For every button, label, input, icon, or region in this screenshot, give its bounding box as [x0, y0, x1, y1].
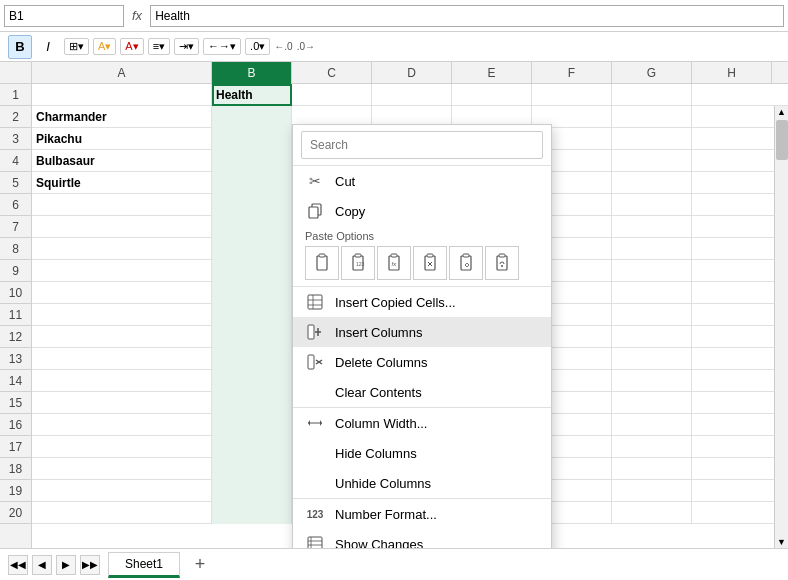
cell-g8[interactable] [612, 238, 692, 260]
unhide-columns-menu-item[interactable]: Unhide Columns [293, 468, 551, 498]
cell-g19[interactable] [612, 480, 692, 502]
nav-last-sheet[interactable]: ▶▶ [80, 555, 100, 575]
cell-a19[interactable] [32, 480, 212, 502]
cell-a2[interactable]: Charmander [32, 106, 212, 128]
row-header-2[interactable]: 2 [0, 106, 31, 128]
row-header-9[interactable]: 9 [0, 260, 31, 282]
cell-a7[interactable] [32, 216, 212, 238]
col-header-i[interactable]: I [772, 62, 788, 84]
row-header-12[interactable]: 12 [0, 326, 31, 348]
cell-g6[interactable] [612, 194, 692, 216]
cell-a4[interactable]: Bulbasaur [32, 150, 212, 172]
col-header-h[interactable]: H [692, 62, 772, 84]
row-header-19[interactable]: 19 [0, 480, 31, 502]
align-button[interactable]: ≡▾ [148, 38, 170, 55]
cell-g11[interactable] [612, 304, 692, 326]
cell-g12[interactable] [612, 326, 692, 348]
cell-b15[interactable] [212, 392, 292, 414]
row-header-10[interactable]: 10 [0, 282, 31, 304]
cell-e1[interactable] [452, 84, 532, 106]
paste-icon-1[interactable] [305, 246, 339, 280]
cell-d1[interactable] [372, 84, 452, 106]
row-header-1[interactable]: 1 [0, 84, 31, 106]
paste-icon-4[interactable] [413, 246, 447, 280]
cell-b1[interactable]: Health [212, 84, 292, 106]
paste-icon-6[interactable] [485, 246, 519, 280]
cell-f1[interactable] [532, 84, 612, 106]
merge-button[interactable]: ←→▾ [203, 38, 241, 55]
cell-b3[interactable] [212, 128, 292, 150]
col-header-a[interactable]: A [32, 62, 212, 84]
number-format-button[interactable]: .0▾ [245, 38, 270, 55]
cell-a12[interactable] [32, 326, 212, 348]
row-header-17[interactable]: 17 [0, 436, 31, 458]
formula-bar[interactable]: Health [150, 5, 784, 27]
cell-c1[interactable] [292, 84, 372, 106]
cell-g13[interactable] [612, 348, 692, 370]
cell-b8[interactable] [212, 238, 292, 260]
cell-b16[interactable] [212, 414, 292, 436]
italic-button[interactable]: I [36, 35, 60, 59]
cell-g4[interactable] [612, 150, 692, 172]
cell-b9[interactable] [212, 260, 292, 282]
cell-a5[interactable]: Squirtle [32, 172, 212, 194]
row-header-14[interactable]: 14 [0, 370, 31, 392]
cell-a17[interactable] [32, 436, 212, 458]
row-header-4[interactable]: 4 [0, 150, 31, 172]
paste-icon-3[interactable]: fx [377, 246, 411, 280]
cell-g17[interactable] [612, 436, 692, 458]
paste-icon-2[interactable]: 123 [341, 246, 375, 280]
cell-b4[interactable] [212, 150, 292, 172]
sheet1-tab[interactable]: Sheet1 [108, 552, 180, 578]
fill-color-button[interactable]: A▾ [93, 38, 116, 55]
col-header-d[interactable]: D [372, 62, 452, 84]
col-header-c[interactable]: C [292, 62, 372, 84]
cell-b13[interactable] [212, 348, 292, 370]
cell-g20[interactable] [612, 502, 692, 524]
show-changes-menu-item[interactable]: Show Changes [293, 529, 551, 548]
cell-b17[interactable] [212, 436, 292, 458]
cell-g9[interactable] [612, 260, 692, 282]
nav-next-sheet[interactable]: ▶ [56, 555, 76, 575]
cell-a16[interactable] [32, 414, 212, 436]
cell-b18[interactable] [212, 458, 292, 480]
cell-a3[interactable]: Pikachu [32, 128, 212, 150]
add-sheet-button[interactable]: + [188, 553, 212, 577]
cell-g7[interactable] [612, 216, 692, 238]
cell-a1[interactable] [32, 84, 212, 106]
cell-b5[interactable] [212, 172, 292, 194]
bold-button[interactable]: B [8, 35, 32, 59]
cell-g2[interactable] [612, 106, 692, 128]
row-header-5[interactable]: 5 [0, 172, 31, 194]
wrap-button[interactable]: ⇥▾ [174, 38, 199, 55]
font-color-button[interactable]: A▾ [120, 38, 143, 55]
cell-b10[interactable] [212, 282, 292, 304]
cell-a10[interactable] [32, 282, 212, 304]
row-header-13[interactable]: 13 [0, 348, 31, 370]
cell-a11[interactable] [32, 304, 212, 326]
paste-icon-5[interactable] [449, 246, 483, 280]
insert-columns-menu-item[interactable]: Insert Columns [293, 317, 551, 347]
row-header-7[interactable]: 7 [0, 216, 31, 238]
row-header-20[interactable]: 20 [0, 502, 31, 524]
cell-g3[interactable] [612, 128, 692, 150]
cell-g10[interactable] [612, 282, 692, 304]
cell-a6[interactable] [32, 194, 212, 216]
number-format-menu-item[interactable]: 123 Number Format... [293, 498, 551, 529]
insert-copied-cells-menu-item[interactable]: Insert Copied Cells... [293, 287, 551, 317]
vertical-scrollbar[interactable]: ▲ ▼ [774, 106, 788, 548]
nav-prev-sheet[interactable]: ◀ [32, 555, 52, 575]
cell-g18[interactable] [612, 458, 692, 480]
cell-a9[interactable] [32, 260, 212, 282]
name-box[interactable]: B1 [4, 5, 124, 27]
cell-b6[interactable] [212, 194, 292, 216]
cell-b14[interactable] [212, 370, 292, 392]
row-header-16[interactable]: 16 [0, 414, 31, 436]
col-header-b[interactable]: B [212, 62, 292, 84]
clear-contents-menu-item[interactable]: Clear Contents [293, 377, 551, 407]
cell-g15[interactable] [612, 392, 692, 414]
row-header-6[interactable]: 6 [0, 194, 31, 216]
cell-a8[interactable] [32, 238, 212, 260]
cell-a18[interactable] [32, 458, 212, 480]
cell-a14[interactable] [32, 370, 212, 392]
